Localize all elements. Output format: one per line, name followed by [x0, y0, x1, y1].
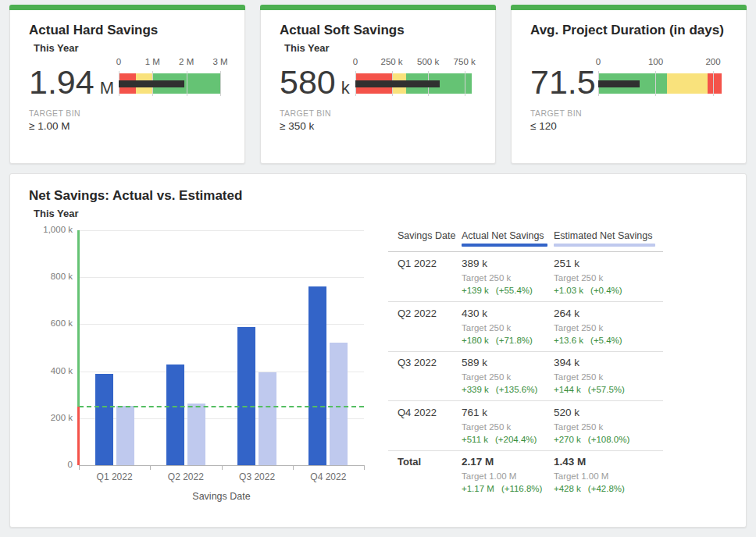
series-legend-underline: [462, 244, 547, 247]
delta-percent: (+204.4%): [495, 435, 537, 444]
x-axis-title: Savings Date: [79, 491, 364, 502]
cell-target: Target 250 k: [554, 273, 644, 283]
bar-estimated-q1-2022[interactable]: [116, 406, 134, 465]
y-axis-line-above-target: [77, 230, 80, 407]
card-accent-bar: [260, 5, 496, 10]
cell-value: 389 k: [462, 258, 552, 269]
card-accent-bar: [9, 5, 245, 10]
delta-value: +139 k: [462, 286, 489, 295]
cell-target: Target 1.00 M: [462, 471, 552, 482]
table-header-divider: [388, 251, 663, 252]
delta-percent: (+5.4%): [590, 336, 622, 345]
kpi-value-unit: k: [341, 78, 350, 98]
cell-delta: +428 k(+42.8%): [554, 484, 644, 494]
cell-value: 520 k: [554, 407, 644, 418]
cell-value: 589 k: [462, 357, 552, 368]
delta-value: +1.03 k: [554, 286, 583, 295]
delta-percent: (+57.5%): [588, 385, 625, 394]
delta-percent: (+71.8%): [496, 336, 533, 345]
bullet-tick-label: 250 k: [380, 57, 402, 66]
bullet-chart-soft-savings: 0250 k500 k750 k: [355, 57, 472, 101]
cell-delta: +270 k(+108.0%): [554, 435, 644, 445]
kpi-value-number: 1.94: [29, 63, 94, 101]
bullet-tick-label: 750 k: [454, 57, 476, 66]
bar-estimated-q4-2022[interactable]: [330, 343, 348, 465]
cell-target: Target 1.00 M: [554, 471, 644, 482]
kpi-value-number: 580: [280, 63, 336, 101]
x-axis-tick: [222, 466, 223, 470]
y-axis-label: 600 k: [7, 318, 73, 328]
bullet-tick-label: 100: [648, 57, 663, 66]
table-cell: 520 kTarget 250 k+270 k(+108.0%): [554, 407, 644, 445]
bar-estimated-q2-2022[interactable]: [187, 404, 205, 465]
cell-target: Target 250 k: [554, 323, 644, 333]
delta-value: +144 k: [554, 385, 581, 394]
bullet-segment: [708, 73, 722, 94]
card-avg-project-duration: Avg. Project Duration (in days) 71.5 010…: [511, 5, 747, 164]
table-cell: 1.43 MTarget 1.00 M+428 k(+42.8%): [554, 456, 644, 494]
cell-delta: +1.17 M(+116.8%): [462, 484, 552, 494]
x-axis-tick: [293, 466, 294, 470]
bullet-tick: [465, 71, 465, 96]
table-column-header[interactable]: Estimated Net Savings: [554, 230, 652, 241]
y-axis-label: 1,000 k: [7, 225, 73, 234]
target-bin-value: ≥ 350 k: [280, 120, 314, 132]
savings-table: Savings DateActual Net SavingsEstimated …: [388, 230, 677, 511]
gridline: [79, 277, 364, 278]
card-subtitle: This Year: [284, 42, 330, 54]
bullet-tick: [713, 71, 714, 96]
y-axis-line-below-target: [77, 407, 80, 465]
delta-percent: (+135.6%): [496, 385, 537, 394]
bar-actual-q2-2022[interactable]: [166, 365, 184, 465]
cell-target: Target 250 k: [462, 323, 552, 333]
bullet-tick-label: 1 M: [145, 57, 160, 66]
delta-percent: (+55.4%): [496, 286, 533, 295]
delta-value: +428 k: [554, 484, 581, 493]
x-axis-label: Q4 2022: [310, 471, 346, 482]
kpi-value: 1.94M: [29, 63, 114, 107]
x-axis-tick: [79, 466, 80, 470]
table-cell: 251 kTarget 250 k+1.03 k(+0.4%): [554, 258, 644, 296]
cell-delta: +13.6 k(+5.4%): [554, 336, 644, 346]
cell-delta: +180 k(+71.8%): [462, 336, 552, 346]
delta-percent: (+116.8%): [501, 484, 543, 493]
cell-target: Target 250 k: [554, 422, 644, 432]
delta-percent: (+0.4%): [590, 286, 622, 295]
table-cell: 389 kTarget 250 k+139 k(+55.4%): [462, 258, 552, 296]
cell-delta: +339 k(+135.6%): [462, 385, 552, 395]
y-axis-label: 0: [7, 460, 73, 469]
target-bin-label: TARGET BIN: [280, 108, 331, 118]
x-axis-label: Q3 2022: [239, 471, 275, 482]
y-axis-label: 400 k: [7, 366, 73, 375]
card-title: Actual Hard Savings: [29, 23, 158, 38]
bar-estimated-q3-2022[interactable]: [259, 372, 276, 465]
table-cell: 394 kTarget 250 k+144 k(+57.5%): [554, 357, 644, 395]
target-bin-label: TARGET BIN: [29, 108, 80, 118]
target-line: [79, 406, 364, 407]
bullet-measure-bar: [119, 80, 184, 87]
bullet-chart-project-duration: 0100200: [598, 57, 722, 101]
bar-actual-q3-2022[interactable]: [237, 327, 255, 465]
bullet-tick-label: 200: [705, 57, 720, 66]
table-column-header[interactable]: Actual Net Savings: [462, 230, 544, 241]
cell-value: 394 k: [554, 357, 644, 368]
table-cell: 761 kTarget 250 k+511 k(+204.4%): [462, 407, 552, 445]
bar-actual-q1-2022[interactable]: [95, 374, 113, 465]
y-axis-label: 200 k: [7, 413, 73, 422]
delta-value: +13.6 k: [554, 336, 583, 345]
bullet-tick-label: 0: [116, 57, 121, 66]
bullet-tick-label: 3 M: [212, 57, 227, 66]
chart-title: Net Savings: Actual vs. Estimated: [29, 188, 242, 204]
table-cell: 430 kTarget 250 k+180 k(+71.8%): [462, 308, 552, 346]
bar-actual-q4-2022[interactable]: [308, 286, 326, 465]
bullet-tick: [187, 71, 187, 96]
x-axis-label: Q1 2022: [97, 471, 133, 482]
table-row-label: Q4 2022: [398, 407, 437, 418]
card-accent-bar: [511, 5, 747, 10]
cell-value: 2.17 M: [462, 456, 552, 468]
delta-percent: (+42.8%): [588, 484, 625, 493]
table-row-label: Total: [398, 456, 421, 468]
bullet-tick-label: 0: [353, 57, 358, 66]
table-cell: 589 kTarget 250 k+339 k(+135.6%): [462, 357, 552, 395]
cell-target: Target 250 k: [554, 372, 644, 382]
